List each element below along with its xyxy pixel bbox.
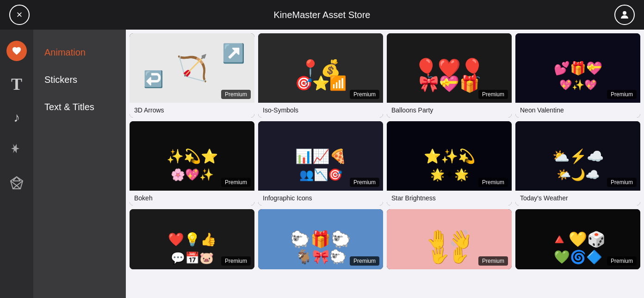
main-layout: T ♪ bbox=[0, 30, 644, 298]
asset-thumbnail-weather: ⛅⚡☁️ 🌤️🌙☁️ Premium bbox=[515, 121, 640, 191]
asset-thumbnail-hands: 🤚👋 🖐️✋ Premium bbox=[387, 209, 512, 269]
asset-card-infographic[interactable]: 📊📈🍕 👥📉🎯 Premium Infographic Icons bbox=[258, 121, 383, 205]
premium-badge: Premium bbox=[350, 256, 379, 266]
heart-icon bbox=[6, 41, 27, 61]
music-note-icon: ♪ bbox=[13, 110, 20, 125]
asset-thumbnail-neon2: 🔺💛🎲 💚🌀🔷 Premium bbox=[515, 209, 640, 269]
premium-badge: Premium bbox=[350, 90, 379, 99]
text-type-icon: T bbox=[11, 74, 22, 94]
premium-badge: Premium bbox=[607, 178, 637, 187]
asset-card-bokeh[interactable]: ✨💫⭐ 🌸💖✨ Premium Bokeh bbox=[130, 121, 254, 205]
svg-line-3 bbox=[17, 186, 20, 189]
asset-thumbnail-bokeh: ✨💫⭐ 🌸💖✨ Premium bbox=[130, 121, 254, 191]
sidebar-icon-effects[interactable] bbox=[0, 134, 33, 168]
asset-name-3d-arrows: 3D Arrows bbox=[130, 103, 254, 118]
premium-badge: Premium bbox=[221, 178, 251, 187]
asset-name-bokeh: Bokeh bbox=[130, 191, 254, 205]
asset-thumbnail-balloons: 🎈❤️🎈 🎀💝🎁 Premium bbox=[387, 33, 512, 103]
asset-name-weather: Today's Weather bbox=[515, 191, 640, 205]
asset-card-emoji[interactable]: ❤️💡👍 💬📅🐷 Premium Emoji Pack bbox=[130, 209, 254, 269]
asset-card-star-brightness[interactable]: ⭐✨💫 🌟✦🌟 Premium Star Brightness bbox=[387, 121, 512, 205]
effects-icon bbox=[9, 142, 24, 160]
asset-thumbnail-3d-arrows: 🏹 ↗️ ↩️ Premium bbox=[130, 33, 254, 103]
asset-card-neon-shapes[interactable]: 🔺💛🎲 💚🌀🔷 Premium Neon Shapes bbox=[515, 209, 640, 269]
sidebar-nav: Animation Stickers Text & Titles bbox=[33, 30, 126, 298]
asset-card-sheep[interactable]: 🐑🎁🐑 🐐🎀🐑 Premium Sheep Party bbox=[258, 209, 383, 269]
thumb-emoji: 🏹 bbox=[176, 53, 208, 83]
sidebar-icon-music[interactable]: ♪ bbox=[0, 101, 33, 134]
asset-name-iso: Iso-Symbols bbox=[258, 103, 383, 118]
asset-thumbnail-neon: 💕🎁💝 💖✨💖 Premium bbox=[515, 33, 640, 103]
asset-name-infographic: Infographic Icons bbox=[258, 191, 383, 205]
close-button[interactable]: × bbox=[9, 5, 30, 25]
asset-thumbnail-star: ⭐✨💫 🌟✦🌟 Premium bbox=[387, 121, 512, 191]
header: × KineMaster Asset Store bbox=[0, 0, 644, 30]
asset-thumbnail-emoji: ❤️💡👍 💬📅🐷 Premium bbox=[130, 209, 254, 269]
nav-item-text-titles[interactable]: Text & Titles bbox=[33, 93, 126, 121]
user-button[interactable] bbox=[614, 5, 635, 25]
user-icon bbox=[619, 9, 630, 20]
sidebar-icon-heart[interactable] bbox=[0, 34, 33, 68]
premium-badge: Premium bbox=[478, 178, 508, 187]
premium-badge: Premium bbox=[478, 90, 508, 99]
diamond-icon bbox=[9, 175, 24, 193]
premium-badge: Premium bbox=[607, 256, 637, 266]
premium-badge: Premium bbox=[478, 256, 508, 266]
premium-badge: Premium bbox=[607, 90, 637, 99]
sidebar-icons: T ♪ bbox=[0, 30, 33, 298]
asset-thumbnail-sheep: 🐑🎁🐑 🐐🎀🐑 Premium bbox=[258, 209, 383, 269]
svg-line-2 bbox=[13, 186, 17, 189]
sidebar-icon-premium[interactable] bbox=[0, 168, 33, 201]
asset-card-iso-symbols[interactable]: 📍💰 🎯⭐📶 Premium Iso-Symbols bbox=[258, 33, 383, 118]
asset-card-weather[interactable]: ⛅⚡☁️ 🌤️🌙☁️ Premium Today's Weather bbox=[515, 121, 640, 205]
asset-name-star-brightness: Star Brightness bbox=[387, 191, 512, 205]
asset-card-3d-arrows[interactable]: 🏹 ↗️ ↩️ Premium 3D Arrows bbox=[130, 33, 254, 118]
premium-badge: Premium bbox=[350, 178, 379, 187]
close-icon: × bbox=[17, 9, 23, 21]
asset-grid-container[interactable]: 🏹 ↗️ ↩️ Premium 3D Arrows 📍💰 🎯⭐📶 Premium… bbox=[126, 30, 644, 298]
sidebar-icon-text[interactable]: T bbox=[0, 68, 33, 101]
asset-grid: 🏹 ↗️ ↩️ Premium 3D Arrows 📍💰 🎯⭐📶 Premium… bbox=[130, 33, 640, 269]
asset-card-hands[interactable]: 🤚👋 🖐️✋ Premium Hands bbox=[387, 209, 512, 269]
svg-point-0 bbox=[623, 11, 626, 15]
header-title: KineMaster Asset Store bbox=[274, 10, 371, 20]
asset-card-balloons[interactable]: 🎈❤️🎈 🎀💝🎁 Premium Balloons Party bbox=[387, 33, 512, 118]
asset-name-neon-valentine: Neon Valentine bbox=[515, 103, 640, 118]
nav-item-stickers[interactable]: Stickers bbox=[33, 66, 126, 93]
premium-badge: Premium bbox=[221, 256, 251, 266]
asset-thumbnail-iso: 📍💰 🎯⭐📶 Premium bbox=[258, 33, 383, 103]
premium-badge: Premium bbox=[221, 90, 251, 99]
asset-card-neon-valentine[interactable]: 💕🎁💝 💖✨💖 Premium Neon Valentine bbox=[515, 33, 640, 118]
nav-item-animation[interactable]: Animation bbox=[33, 39, 126, 66]
asset-name-balloons: Balloons Party bbox=[387, 103, 512, 118]
asset-thumbnail-infographic: 📊📈🍕 👥📉🎯 Premium bbox=[258, 121, 383, 191]
